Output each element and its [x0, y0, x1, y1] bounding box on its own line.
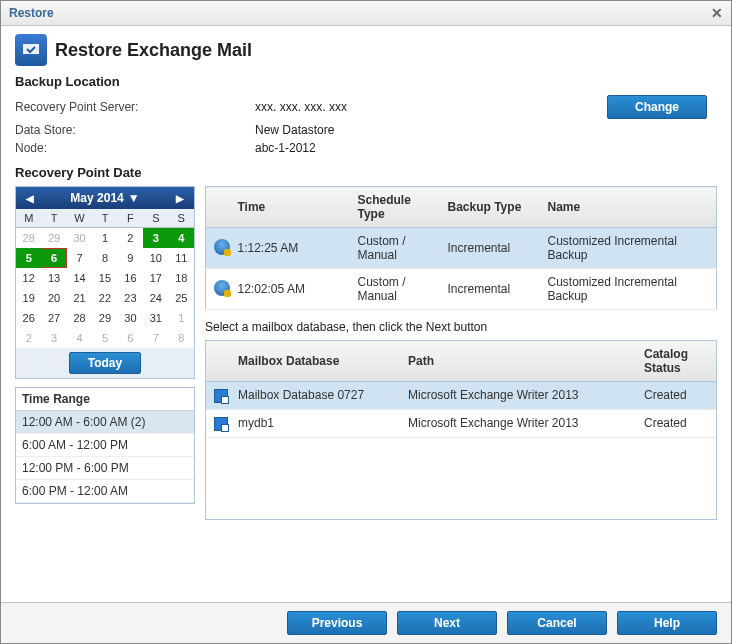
- calendar-day[interactable]: 29: [41, 228, 66, 248]
- col-name[interactable]: Name: [540, 187, 717, 228]
- table-row[interactable]: mydb1Microsoft Exchange Writer 2013Creat…: [206, 409, 716, 437]
- calendar-dow: F: [118, 209, 143, 228]
- calendar-day[interactable]: 11: [169, 248, 194, 268]
- previous-button[interactable]: Previous: [287, 611, 387, 635]
- cell-status: Created: [636, 382, 716, 410]
- calendar-day[interactable]: 7: [143, 328, 168, 348]
- calendar-day[interactable]: 2: [118, 228, 143, 248]
- cell-time: 12:02:05 AM: [230, 269, 350, 310]
- cell-path: Microsoft Exchange Writer 2013: [400, 382, 636, 410]
- calendar-day[interactable]: 2: [16, 328, 41, 348]
- calendar-day[interactable]: 29: [92, 308, 117, 328]
- cell-db: Mailbox Database 0727: [230, 382, 400, 410]
- time-range-item[interactable]: 6:00 AM - 12:00 PM: [16, 434, 194, 457]
- col-time[interactable]: Time: [230, 187, 350, 228]
- calendar-day[interactable]: 13: [41, 268, 66, 288]
- database-icon: [214, 389, 228, 403]
- datastore-value: New Datastore: [255, 123, 607, 137]
- calendar-day[interactable]: 19: [16, 288, 41, 308]
- calendar-day[interactable]: 31: [143, 308, 168, 328]
- calendar-day[interactable]: 1: [169, 308, 194, 328]
- restore-icon: [15, 34, 47, 66]
- titlebar: Restore ✕: [1, 1, 731, 26]
- calendar-day[interactable]: 16: [118, 268, 143, 288]
- node-value: abc-1-2012: [255, 141, 607, 155]
- recovery-point-icon: [214, 280, 230, 296]
- page-title: Restore Exchange Mail: [55, 40, 252, 61]
- time-range-item[interactable]: 12:00 PM - 6:00 PM: [16, 457, 194, 480]
- calendar-dow: S: [143, 209, 168, 228]
- calendar-dow: S: [169, 209, 194, 228]
- calendar-day[interactable]: 20: [41, 288, 66, 308]
- calendar-month-label: May 2014: [70, 191, 123, 205]
- calendar: ◀ May 2014 ▼ ▶ MTWTFSS 28293012345678910…: [15, 186, 195, 379]
- calendar-day[interactable]: 30: [67, 228, 92, 248]
- calendar-prev-icon[interactable]: ◀: [20, 193, 40, 204]
- help-button[interactable]: Help: [617, 611, 717, 635]
- cell-schedule: Custom / Manual: [350, 228, 440, 269]
- col-path[interactable]: Path: [400, 341, 636, 382]
- calendar-next-icon[interactable]: ▶: [170, 193, 190, 204]
- calendar-day[interactable]: 8: [92, 248, 117, 268]
- time-range-item[interactable]: 6:00 PM - 12:00 AM: [16, 480, 194, 503]
- table-row[interactable]: 1:12:25 AMCustom / ManualIncrementalCust…: [206, 228, 717, 269]
- calendar-day[interactable]: 28: [16, 228, 41, 248]
- calendar-day[interactable]: 4: [169, 228, 194, 248]
- calendar-day[interactable]: 5: [92, 328, 117, 348]
- calendar-day[interactable]: 18: [169, 268, 194, 288]
- cell-db: mydb1: [230, 409, 400, 437]
- change-button[interactable]: Change: [607, 95, 707, 119]
- calendar-day[interactable]: 5: [16, 248, 41, 268]
- calendar-day[interactable]: 1: [92, 228, 117, 248]
- calendar-day[interactable]: 3: [143, 228, 168, 248]
- col-status[interactable]: Catalog Status: [636, 341, 716, 382]
- calendar-day[interactable]: 14: [67, 268, 92, 288]
- calendar-month-dropdown[interactable]: May 2014 ▼: [70, 191, 139, 205]
- cell-time: 1:12:25 AM: [230, 228, 350, 269]
- cell-name: Customized Incremental Backup: [540, 228, 717, 269]
- col-schedule[interactable]: Schedule Type: [350, 187, 440, 228]
- backup-location-heading: Backup Location: [15, 74, 717, 89]
- calendar-day[interactable]: 10: [143, 248, 168, 268]
- cell-backup: Incremental: [440, 269, 540, 310]
- calendar-day[interactable]: 7: [67, 248, 92, 268]
- cancel-button[interactable]: Cancel: [507, 611, 607, 635]
- calendar-day[interactable]: 4: [67, 328, 92, 348]
- col-db[interactable]: Mailbox Database: [230, 341, 400, 382]
- instruction-text: Select a mailbox database, then click th…: [205, 320, 717, 334]
- today-button[interactable]: Today: [69, 352, 141, 374]
- close-icon[interactable]: ✕: [711, 5, 723, 21]
- calendar-day[interactable]: 30: [118, 308, 143, 328]
- calendar-day[interactable]: 21: [67, 288, 92, 308]
- next-button[interactable]: Next: [397, 611, 497, 635]
- col-backup[interactable]: Backup Type: [440, 187, 540, 228]
- calendar-day[interactable]: 12: [16, 268, 41, 288]
- database-icon: [214, 417, 228, 431]
- table-row[interactable]: 12:02:05 AMCustom / ManualIncrementalCus…: [206, 269, 717, 310]
- cell-path: Microsoft Exchange Writer 2013: [400, 409, 636, 437]
- calendar-day[interactable]: 23: [118, 288, 143, 308]
- calendar-day[interactable]: 27: [41, 308, 66, 328]
- calendar-day[interactable]: 25: [169, 288, 194, 308]
- calendar-dow: W: [67, 209, 92, 228]
- calendar-day[interactable]: 8: [169, 328, 194, 348]
- calendar-day[interactable]: 6: [118, 328, 143, 348]
- calendar-day[interactable]: 17: [143, 268, 168, 288]
- calendar-day[interactable]: 3: [41, 328, 66, 348]
- calendar-dow: M: [16, 209, 41, 228]
- time-range-item[interactable]: 12:00 AM - 6:00 AM (2): [16, 411, 194, 434]
- table-row[interactable]: Mailbox Database 0727Microsoft Exchange …: [206, 382, 716, 410]
- recovery-point-icon: [214, 239, 230, 255]
- server-label: Recovery Point Server:: [15, 100, 255, 114]
- recovery-point-date-heading: Recovery Point Date: [15, 165, 717, 180]
- calendar-day[interactable]: 24: [143, 288, 168, 308]
- calendar-day[interactable]: 9: [118, 248, 143, 268]
- calendar-day[interactable]: 6: [41, 248, 66, 268]
- calendar-day[interactable]: 15: [92, 268, 117, 288]
- calendar-dow: T: [41, 209, 66, 228]
- calendar-day[interactable]: 22: [92, 288, 117, 308]
- cell-schedule: Custom / Manual: [350, 269, 440, 310]
- calendar-day[interactable]: 26: [16, 308, 41, 328]
- chevron-down-icon: ▼: [128, 191, 140, 205]
- calendar-day[interactable]: 28: [67, 308, 92, 328]
